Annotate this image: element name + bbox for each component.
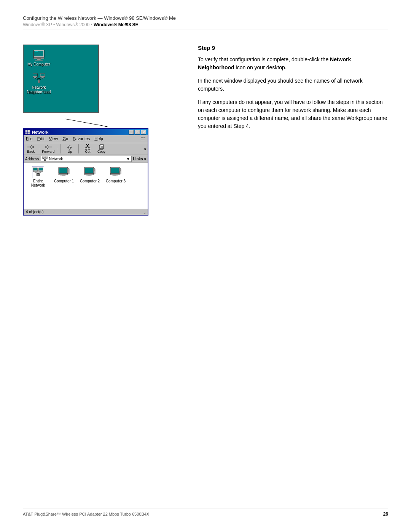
svg-rect-5 (35, 51, 38, 52)
entire-network-icon-image (32, 166, 44, 178)
step-paragraph-3: If any computers do not appear, you will… (198, 98, 388, 130)
close-button[interactable]: ✕ (141, 130, 146, 134)
forward-icon (45, 144, 52, 150)
svg-rect-8 (33, 77, 37, 78)
nav-2000: Windows® 2000 (56, 22, 90, 27)
window-content: EntireNetwork (24, 163, 148, 209)
desktop-preview: My Computer (23, 45, 99, 113)
up-button[interactable]: Up (64, 144, 75, 153)
left-column: My Computer (23, 45, 183, 216)
svg-rect-64 (59, 174, 68, 175)
menu-view[interactable]: View (48, 136, 59, 142)
menu-favorites[interactable]: Favorites (72, 136, 91, 142)
svg-rect-30 (141, 140, 145, 140)
svg-point-39 (88, 148, 90, 150)
svg-point-77 (94, 168, 95, 169)
address-value: Network (49, 157, 63, 161)
my-computer-icon-image (33, 49, 45, 61)
desktop-icons: My Computer (24, 45, 98, 98)
right-column: Step 9 To verify that configuration is c… (198, 45, 388, 216)
maximize-button[interactable]: □ (135, 130, 140, 134)
dot-sep2: · (57, 147, 57, 151)
menu-edit[interactable]: Edit (37, 136, 45, 142)
svg-rect-71 (85, 168, 93, 173)
window-icon (25, 130, 30, 134)
toolbar-extra (140, 136, 146, 142)
network-neighborhood-icon[interactable]: NetworkNeighborhood (27, 72, 50, 94)
window-title-text: Network (25, 130, 48, 134)
minimize-button[interactable]: _ (129, 130, 134, 134)
svg-rect-67 (68, 171, 69, 174)
copy-button[interactable]: Copy (96, 144, 107, 153)
svg-line-19 (39, 78, 43, 80)
window-controls: _ □ ✕ (129, 130, 146, 134)
svg-rect-63 (59, 168, 67, 173)
back-button[interactable]: Back (25, 144, 37, 153)
computer1-svg (58, 167, 70, 177)
main-content: My Computer (23, 45, 388, 216)
nav-sep1: • (53, 22, 56, 27)
svg-rect-15 (41, 78, 44, 78)
menu-file[interactable]: File (25, 136, 33, 142)
forward-button[interactable]: Forward (42, 144, 54, 153)
page-footer: AT&T Plug&Share™ Wireless PCI Adapter 22… (23, 508, 388, 517)
svg-rect-66 (60, 176, 66, 176)
svg-rect-41 (100, 145, 104, 149)
computer1-label: Computer 1 (54, 179, 74, 183)
computer2-icon[interactable]: Computer 2 (78, 166, 101, 183)
entire-network-svg (33, 168, 43, 177)
svg-rect-7 (33, 74, 37, 76)
svg-marker-33 (46, 145, 49, 149)
entire-network-icon[interactable]: EntireNetwork (27, 166, 49, 187)
step-heading: Step 9 (198, 45, 388, 51)
menu-go[interactable]: Go (62, 136, 69, 142)
nav-sep2: • (91, 22, 94, 27)
toolbar-extra-icon (140, 136, 146, 141)
svg-rect-22 (25, 130, 27, 132)
toolbar-extend: » (144, 147, 146, 151)
svg-rect-56 (39, 171, 43, 172)
svg-rect-72 (84, 174, 94, 175)
menu-help[interactable]: Help (94, 136, 104, 142)
svg-line-48 (45, 158, 46, 160)
connector-svg (23, 117, 183, 128)
svg-rect-49 (44, 160, 46, 161)
window-toolbar: Back · Forward · (24, 143, 148, 155)
svg-rect-65 (62, 175, 65, 176)
svg-rect-73 (88, 175, 91, 176)
address-field[interactable]: Network ▼ (41, 156, 132, 162)
window-title-label: Network (32, 130, 48, 134)
svg-rect-3 (37, 59, 41, 60)
computer3-icon-image (110, 166, 122, 178)
back-icon (27, 144, 34, 150)
svg-line-18 (35, 78, 39, 80)
svg-rect-13 (40, 77, 45, 78)
my-computer-icon[interactable]: My Computer (27, 49, 50, 66)
svg-rect-14 (41, 77, 43, 78)
svg-rect-2 (33, 58, 44, 59)
svg-rect-46 (45, 157, 48, 158)
svg-line-61 (38, 172, 41, 174)
header-nav: Windows® XP • Windows® 2000 • Windows® M… (23, 22, 388, 27)
header-title: Configuring the Wireless Network — Windo… (23, 15, 388, 21)
cut-icon (85, 144, 90, 150)
svg-rect-23 (28, 130, 30, 132)
svg-marker-35 (67, 145, 72, 149)
svg-line-20 (65, 119, 107, 126)
svg-point-69 (68, 168, 69, 169)
computer1-icon-image (58, 166, 70, 178)
address-dropdown-icon[interactable]: ▼ (126, 157, 130, 161)
svg-marker-31 (30, 145, 33, 149)
up-icon (67, 144, 73, 150)
svg-rect-51 (33, 168, 37, 171)
computer3-icon[interactable]: Computer 3 (104, 166, 127, 183)
svg-rect-24 (25, 133, 27, 134)
computer1-icon[interactable]: Computer 1 (53, 166, 75, 183)
resize-handle-icon (142, 210, 145, 214)
entire-network-label: EntireNetwork (31, 179, 45, 187)
links-button[interactable]: Links » (133, 157, 146, 161)
page-header: Configuring the Wireless Network — Windo… (23, 15, 388, 29)
svg-rect-28 (143, 137, 145, 138)
cut-button[interactable]: Cut (82, 144, 93, 153)
svg-rect-53 (39, 168, 43, 171)
